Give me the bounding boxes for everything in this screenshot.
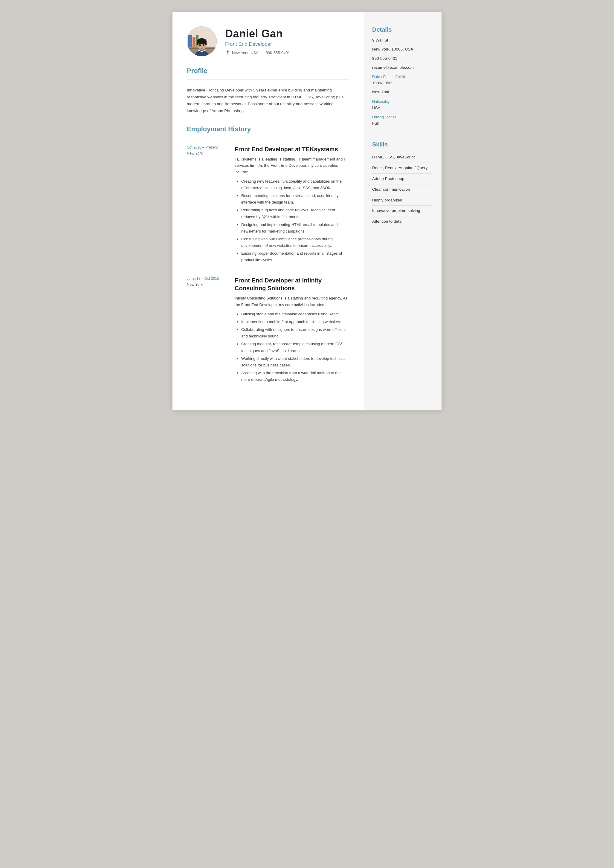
- job-title-2: Front End Developer at Infinity Consulti…: [235, 276, 349, 292]
- sidebar-phone: 890-555-0401: [372, 56, 433, 62]
- job-content-2: Front End Developer at Infinity Consulti…: [235, 276, 349, 384]
- bullet-item: Creating new features, functionality and…: [241, 178, 349, 191]
- resume-page: Daniel Gan Front End Developer 📍 New Yor…: [172, 12, 442, 411]
- skill-item-3: Clear communication: [372, 184, 433, 195]
- avatar: [187, 26, 217, 56]
- skill-item-2: Adobe Photoshop: [372, 174, 433, 184]
- driving-label: Driving license: [372, 115, 433, 119]
- job-dates-col-1: Oct 2016 – Present New York: [187, 145, 229, 265]
- nationality-label: Nationality: [372, 99, 433, 104]
- bullet-item: Consulting with 508 Compliance professio…: [241, 236, 349, 249]
- pob-value: New York: [372, 89, 433, 95]
- driving-value: Full: [372, 121, 433, 126]
- details-section: Details 9 Wall St New York, 10005, USA 8…: [372, 26, 433, 126]
- header-info: Daniel Gan Front End Developer 📍 New Yor…: [225, 28, 290, 55]
- employment-divider: [187, 138, 349, 138]
- skill-item-6: Attention to detail: [372, 216, 433, 227]
- job-entry-2: Jul 2013 – Oct 2015 New York Front End D…: [187, 276, 349, 384]
- bullet-item: Implementing a mobile-first approach to …: [241, 319, 349, 325]
- skill-item-0: HTML, CSS, JavaScript: [372, 152, 433, 163]
- address-line1: 9 Wall St: [372, 37, 433, 43]
- profile-heading: Profile: [187, 67, 349, 75]
- bullet-item: Assisting with the transition from a wat…: [241, 370, 349, 383]
- nationality-value: USA: [372, 105, 433, 111]
- header-section: Daniel Gan Front End Developer 📍 New Yor…: [187, 26, 349, 56]
- bullet-item: Creating modular, responsive templates u…: [241, 341, 349, 354]
- bullet-item: Collaborating with designers to ensure d…: [241, 326, 349, 339]
- bullet-item: Designing and implementing HTML email te…: [241, 222, 349, 235]
- job-content-1: Front End Developer at TEKsystems TEKsys…: [235, 145, 349, 265]
- employment-section: Employment History Oct 2016 – Present Ne…: [187, 125, 349, 384]
- job-dates-2: Jul 2013 – Oct 2015: [187, 276, 229, 281]
- dob-value: 1989/20/03: [372, 80, 433, 86]
- location-text: New York, USA: [232, 51, 259, 55]
- job-title-1: Front End Developer at TEKsystems: [235, 145, 349, 153]
- address-line2: New York, 10005, USA: [372, 46, 433, 52]
- bullet-item: Performing bug fixes and code reviews. T…: [241, 207, 349, 220]
- job-dates-1: Oct 2016 – Present: [187, 145, 229, 149]
- main-column: Daniel Gan Front End Developer 📍 New Yor…: [172, 12, 364, 411]
- profile-text: Innovative Front End Developer with 5 ye…: [187, 87, 349, 115]
- svg-rect-10: [197, 41, 198, 45]
- bullet-item: Building stable and maintainable codebas…: [241, 311, 349, 318]
- header-location-row: 📍 New York, USA 890-555-0401: [225, 50, 290, 55]
- sidebar-email: resume@example.com: [372, 65, 433, 71]
- svg-rect-11: [205, 41, 206, 45]
- skill-item-4: Highly organized: [372, 195, 433, 206]
- job-dates-col-2: Jul 2013 – Oct 2015 New York: [187, 276, 229, 384]
- dob-label: Date / Place of birth: [372, 75, 433, 79]
- svg-rect-2: [188, 35, 192, 47]
- skills-section: Skills HTML, CSS, JavaScript React, Redu…: [372, 141, 433, 227]
- job-desc-1: TEKsystems is a leading IT staffing, IT …: [235, 156, 349, 175]
- header-phone: 890-555-0401: [266, 51, 290, 55]
- details-heading: Details: [372, 26, 433, 33]
- skill-item-5: Innovative problem-solving: [372, 206, 433, 216]
- job-desc-2: Infinity Consulting Solutions is a staff…: [235, 295, 349, 308]
- job-entry-1: Oct 2016 – Present New York Front End De…: [187, 145, 349, 265]
- svg-point-13: [203, 44, 205, 46]
- candidate-title: Front End Developer: [225, 41, 290, 47]
- skills-heading: Skills: [372, 141, 433, 148]
- employment-heading: Employment History: [187, 125, 349, 133]
- job-bullets-1: Creating new features, functionality and…: [235, 178, 349, 264]
- skill-item-1: React, Redux, Angular, JQuery: [372, 163, 433, 174]
- svg-rect-3: [192, 37, 195, 47]
- job-location-2: New York: [187, 282, 229, 287]
- svg-point-12: [199, 44, 201, 46]
- profile-divider: [187, 79, 349, 80]
- job-bullets-2: Building stable and maintainable codebas…: [235, 311, 349, 383]
- job-location-1: New York: [187, 151, 229, 155]
- sidebar-divider: [372, 133, 433, 134]
- bullet-item: Ensuring proper documentation and report…: [241, 250, 349, 264]
- bullet-item: Working directly with client stakeholder…: [241, 355, 349, 369]
- location-icon: 📍: [225, 50, 230, 55]
- profile-section: Profile Innovative Front End Developer w…: [187, 67, 349, 115]
- sidebar-column: Details 9 Wall St New York, 10005, USA 8…: [364, 12, 442, 411]
- candidate-name: Daniel Gan: [225, 28, 290, 40]
- bullet-item: Recommending solutions for a streamlined…: [241, 192, 349, 206]
